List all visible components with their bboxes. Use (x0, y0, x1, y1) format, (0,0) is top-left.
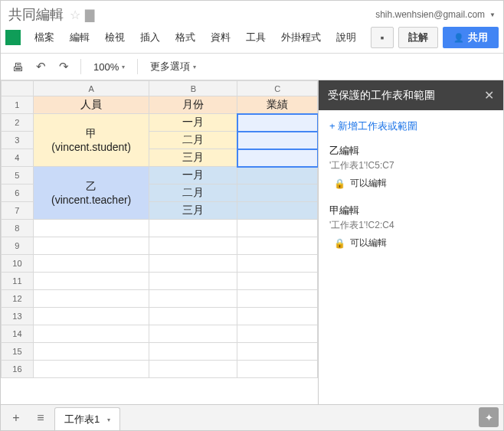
cell-c1[interactable]: 業績 (237, 96, 318, 114)
cell[interactable] (149, 255, 237, 273)
zoom-select[interactable]: 100% ▾ (89, 59, 129, 75)
col-header-c[interactable]: C (237, 81, 318, 96)
cell[interactable] (149, 237, 237, 255)
cell[interactable] (237, 255, 318, 273)
cell-a5-7[interactable]: 乙 (vincent.teacher) (33, 167, 149, 220)
cell-b7[interactable]: 三月 (149, 202, 237, 220)
cell-c4[interactable] (237, 149, 318, 167)
doc-title[interactable]: 共同編輯 (8, 5, 64, 24)
row-header-10[interactable]: 10 (2, 255, 34, 273)
comments-icon-button[interactable]: ▪ (371, 27, 394, 48)
menu-edit[interactable]: 編輯 (64, 28, 96, 47)
comment-button[interactable]: 註解 (398, 27, 438, 48)
cell[interactable] (237, 273, 318, 290)
row-header-14[interactable]: 14 (2, 325, 34, 343)
col-header-b[interactable]: B (149, 81, 237, 96)
cell[interactable] (33, 308, 149, 325)
cell[interactable] (149, 361, 237, 378)
menu-view[interactable]: 檢視 (99, 28, 131, 47)
sheet-tab-label: 工作表1 (64, 413, 100, 426)
cell-b4[interactable]: 三月 (149, 149, 237, 167)
undo-icon[interactable]: ↶ (31, 57, 50, 76)
cell[interactable] (237, 308, 318, 325)
row-header-11[interactable]: 11 (2, 273, 34, 290)
menu-format[interactable]: 格式 (169, 28, 201, 47)
row-header-9[interactable]: 9 (2, 237, 34, 255)
row-header-1[interactable]: 1 (2, 96, 34, 114)
cell-c2[interactable] (237, 114, 318, 132)
cell-a2-4[interactable]: 甲 (vincent.student) (33, 114, 149, 167)
cell-b6[interactable]: 二月 (149, 184, 237, 202)
cell[interactable] (237, 220, 318, 237)
cell-c5[interactable] (237, 167, 318, 184)
add-range-link[interactable]: + 新增工作表或範圍 (329, 119, 493, 133)
menu-data[interactable]: 資料 (205, 28, 237, 47)
cell[interactable] (237, 361, 318, 378)
menu-file[interactable]: 檔案 (28, 28, 61, 47)
cell[interactable] (149, 343, 237, 361)
cell[interactable] (237, 325, 318, 343)
row-header-6[interactable]: 6 (2, 184, 34, 202)
cell-b2[interactable]: 一月 (149, 114, 237, 132)
cell[interactable] (33, 361, 149, 378)
cell-b5[interactable]: 一月 (149, 167, 237, 184)
all-sheets-button[interactable]: ≡ (30, 409, 51, 427)
cell[interactable] (33, 290, 149, 308)
account-dropdown-icon[interactable]: ▼ (489, 11, 496, 18)
chevron-down-icon[interactable]: ▾ (107, 416, 110, 423)
cell[interactable] (149, 220, 237, 237)
folder-icon[interactable]: ▇ (85, 8, 94, 22)
explore-button[interactable]: ✦ (479, 407, 499, 427)
cell-c6[interactable] (237, 184, 318, 202)
cell-a1[interactable]: 人員 (33, 96, 149, 114)
close-icon[interactable]: ✕ (484, 88, 494, 103)
row-header-2[interactable]: 2 (2, 114, 34, 132)
menu-insert[interactable]: 插入 (134, 28, 166, 47)
cell[interactable] (33, 273, 149, 290)
share-person-icon: 👤 (453, 33, 464, 43)
protected-range-item[interactable]: 甲編輯 '工作表1'!C2:C4 🔒 可以編輯 (329, 204, 493, 250)
print-icon[interactable]: 🖶 (8, 57, 27, 76)
row-header-12[interactable]: 12 (2, 290, 34, 308)
row-header-16[interactable]: 16 (2, 361, 34, 378)
share-label: 共用 (468, 31, 488, 44)
cell-c7[interactable] (237, 202, 318, 220)
cell[interactable] (237, 343, 318, 361)
row-header-15[interactable]: 15 (2, 343, 34, 361)
cell[interactable] (33, 220, 149, 237)
menu-tools[interactable]: 工具 (240, 28, 272, 47)
cell-b3[interactable]: 二月 (149, 132, 237, 149)
cell[interactable] (237, 237, 318, 255)
cell[interactable] (149, 308, 237, 325)
user-email[interactable]: shih.wenhsien@gmail.com (375, 9, 485, 20)
redo-icon[interactable]: ↷ (54, 57, 73, 76)
cell-c3[interactable] (237, 132, 318, 149)
cell[interactable] (33, 343, 149, 361)
cell[interactable] (149, 273, 237, 290)
row-header-13[interactable]: 13 (2, 308, 34, 325)
cell[interactable] (33, 325, 149, 343)
row-header-8[interactable]: 8 (2, 220, 34, 237)
share-button[interactable]: 👤 共用 (443, 27, 499, 48)
col-header-a[interactable]: A (33, 81, 149, 96)
cell[interactable] (237, 290, 318, 308)
cell-b1[interactable]: 月份 (149, 96, 237, 114)
spreadsheet-grid[interactable]: A B C 1 人員 月份 業績 2 甲 (vincent.student) (1, 80, 318, 404)
sheet-tab-1[interactable]: 工作表1 ▾ (54, 407, 120, 430)
row-header-4[interactable]: 4 (2, 149, 34, 167)
panel-title: 受保護的工作表和範圍 (328, 89, 435, 103)
more-options-button[interactable]: 更多選項 ▾ (146, 57, 201, 76)
row-header-7[interactable]: 7 (2, 202, 34, 220)
cell[interactable] (33, 255, 149, 273)
cell[interactable] (149, 325, 237, 343)
star-icon[interactable]: ☆ (70, 8, 80, 22)
add-sheet-button[interactable]: + (5, 409, 27, 427)
row-header-5[interactable]: 5 (2, 167, 34, 184)
cell[interactable] (33, 237, 149, 255)
menu-help[interactable]: 說明 (330, 28, 362, 47)
menu-addons[interactable]: 外掛程式 (275, 28, 327, 47)
cell[interactable] (149, 290, 237, 308)
select-all-corner[interactable] (2, 81, 34, 96)
protected-range-item[interactable]: 乙編輯 '工作表1'!C5:C7 🔒 可以編輯 (329, 144, 493, 190)
row-header-3[interactable]: 3 (2, 132, 34, 149)
